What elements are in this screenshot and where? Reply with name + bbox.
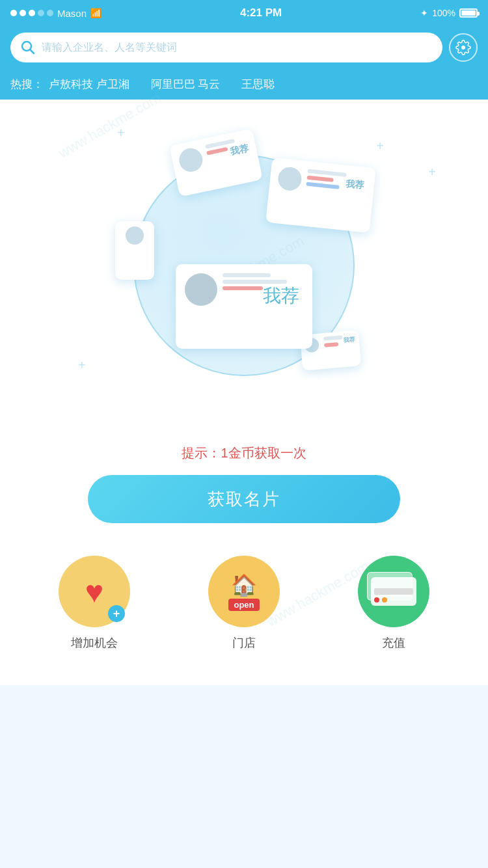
card-label-5: 我荐 bbox=[343, 336, 355, 346]
hot-separator-1 bbox=[135, 77, 146, 92]
card-front bbox=[371, 577, 416, 606]
get-card-button[interactable]: 获取名片 bbox=[88, 475, 400, 523]
status-right: ✦ 100% bbox=[420, 8, 478, 18]
status-time: 4:21 PM bbox=[240, 7, 282, 20]
deco-plus-3: + bbox=[78, 358, 86, 373]
card-label-2: 我荐 bbox=[345, 178, 364, 192]
signal-dots bbox=[10, 10, 53, 16]
status-left: Mason 📶 bbox=[10, 8, 102, 19]
add-chance-item[interactable]: ♥ + 增加机会 bbox=[59, 556, 130, 651]
plus-badge: + bbox=[108, 605, 125, 622]
card-avatar-2 bbox=[277, 166, 303, 192]
battery-percent: 100% bbox=[432, 8, 455, 18]
card-dots bbox=[374, 597, 413, 603]
hot-search-item-1[interactable]: 卢敖科技 卢卫湘 bbox=[49, 77, 129, 92]
add-chance-circle: ♥ + bbox=[59, 556, 130, 627]
card-avatar-4 bbox=[185, 273, 217, 306]
bluetooth-icon: ✦ bbox=[420, 8, 428, 18]
card-stripe bbox=[374, 588, 413, 595]
illustration-area: + + + + 我荐 我荐 bbox=[0, 100, 488, 425]
recharge-item[interactable]: 充值 bbox=[358, 556, 429, 651]
status-bar: Mason 📶 4:21 PM ✦ 100% bbox=[0, 0, 488, 26]
card-icon-wrap bbox=[371, 577, 416, 606]
wifi-icon: 📶 bbox=[90, 8, 102, 18]
biz-card-4: 我荐 bbox=[176, 264, 312, 349]
store-circle: 🏠 open bbox=[208, 556, 280, 627]
card-label-4: 我荐 bbox=[263, 284, 299, 308]
add-chance-label: 增加机会 bbox=[71, 635, 118, 651]
svg-line-1 bbox=[31, 50, 34, 54]
biz-card-2: 我荐 bbox=[265, 157, 376, 233]
biz-card-1: 我荐 bbox=[169, 128, 263, 197]
hot-search-label: 热搜： bbox=[10, 77, 44, 92]
card-avatar-1 bbox=[177, 146, 205, 174]
store-box: 🏠 open bbox=[228, 573, 259, 611]
bottom-icons: ♥ + 增加机会 🏠 open 门店 bbox=[0, 523, 488, 677]
recharge-label: 充值 bbox=[382, 635, 405, 651]
battery-icon bbox=[459, 8, 478, 18]
main-content: + + + + 我荐 我荐 bbox=[0, 100, 488, 685]
main-circle: 我荐 我荐 推荐 bbox=[133, 155, 355, 376]
card-avatar-3 bbox=[126, 226, 144, 245]
card-dot-1 bbox=[374, 597, 379, 603]
hot-search-item-2[interactable]: 阿里巴巴 马云 bbox=[151, 77, 221, 92]
gear-icon bbox=[455, 40, 471, 55]
store-roof-icon: 🏠 bbox=[231, 573, 257, 597]
search-placeholder: 请输入企业名、人名等关键词 bbox=[42, 41, 177, 55]
search-row: 请输入企业名、人名等关键词 bbox=[10, 33, 478, 62]
settings-button[interactable] bbox=[449, 33, 478, 62]
store-label: 门店 bbox=[232, 635, 256, 651]
deco-plus-4: + bbox=[428, 165, 436, 180]
hot-separator-2 bbox=[225, 77, 236, 92]
deco-plus-2: + bbox=[376, 139, 384, 154]
header: 请输入企业名、人名等关键词 bbox=[0, 26, 488, 72]
store-open-label: open bbox=[228, 599, 259, 611]
hint-area: 提示：1金币获取一次 bbox=[0, 425, 488, 475]
hot-search-bar: 热搜： 卢敖科技 卢卫湘 阿里巴巴 马云 王思聪 bbox=[0, 72, 488, 100]
recharge-circle bbox=[358, 556, 429, 627]
hot-search-item-3[interactable]: 王思聪 bbox=[241, 77, 275, 92]
hint-text: 提示：1金币获取一次 bbox=[0, 444, 488, 462]
store-item[interactable]: 🏠 open 门店 bbox=[208, 556, 280, 651]
card-dot-2 bbox=[382, 597, 387, 603]
carrier-name: Mason bbox=[57, 8, 87, 19]
search-icon bbox=[21, 40, 35, 55]
search-box[interactable]: 请输入企业名、人名等关键词 bbox=[10, 33, 442, 62]
deco-plus-1: + bbox=[117, 126, 125, 141]
heart-icon: ♥ bbox=[85, 574, 104, 610]
biz-card-3: 推荐 bbox=[115, 221, 154, 280]
